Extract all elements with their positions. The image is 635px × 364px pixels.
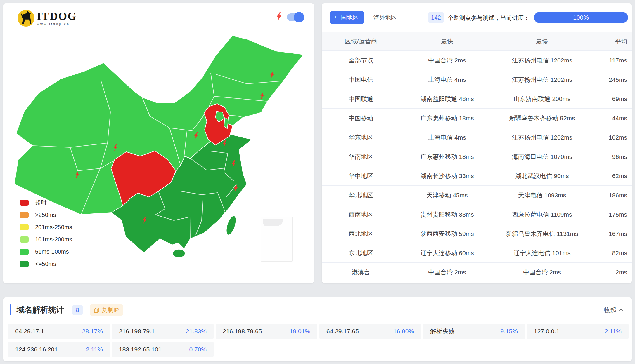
table-row: 华南地区广东惠州移动 18ms海南海口电信 1070ms96ms [322, 147, 632, 166]
monitor-count-badge: 142 [428, 12, 444, 23]
legend-swatch-gt250 [20, 212, 29, 218]
chevron-up-icon [618, 309, 624, 312]
dns-entry: 解析失败9.15% [423, 324, 525, 339]
copy-ip-label: 复制IP [102, 306, 119, 314]
legend-item: 超时 [20, 196, 72, 209]
title-accent-bar [10, 304, 11, 315]
table-row: 华北地区天津移动 45ms天津电信 1093ms186ms [322, 185, 632, 205]
progress-bar: 100% [534, 12, 628, 23]
table-row: 东北地区辽宁大连移动 60ms辽宁大连电信 101ms82ms [322, 243, 632, 262]
legend-swatch-timeout [20, 200, 29, 206]
table-row: 全部节点中国台湾 2ms江苏扬州电信 1202ms117ms [322, 50, 632, 70]
monitor-text: 个监测点参与测试，当前进度： [448, 12, 530, 23]
tab-overseas-region[interactable]: 海外地区 [371, 11, 399, 24]
marker-toggle[interactable] [287, 13, 303, 21]
table-row: 中国移动广东惠州移动 18ms新疆乌鲁木齐移动 92ms44ms [322, 108, 632, 128]
region-taiwan [224, 215, 238, 236]
toggle-knob [294, 12, 304, 22]
itdog-logo: ITDOG www.itdog.cn [18, 10, 77, 27]
dns-entry: 64.29.17.128.17% [8, 324, 110, 339]
logo-subtitle: www.itdog.cn [37, 22, 77, 26]
lightning-icon [275, 12, 282, 22]
table-row: 西北地区陕西西安移动 59ms新疆乌鲁木齐电信 1131ms167ms [322, 224, 632, 243]
dns-entry: 183.192.65.1010.70% [112, 342, 214, 357]
legend-item: 201ms-250ms [20, 221, 72, 233]
legend-swatch-le50 [20, 261, 29, 267]
map-toolbar [275, 12, 303, 22]
tab-china-region[interactable]: 中国地区 [330, 11, 364, 24]
results-panel: 中国地区 海外地区 142 个监测点参与测试，当前进度： 100% 区域/运营商… [322, 3, 632, 283]
legend-item: 101ms-200ms [20, 233, 72, 245]
legend-swatch-51-100 [20, 249, 29, 255]
dns-entry: 216.198.79.6519.01% [216, 324, 317, 339]
map-panel: ITDOG www.itdog.cn [3, 3, 314, 283]
legend-item: 51ms-100ms [20, 245, 72, 258]
copy-icon [94, 307, 99, 313]
table-row: 港澳台中国台湾 2ms中国台湾 2ms2ms [322, 262, 632, 282]
legend-swatch-201-250 [20, 224, 29, 230]
table-row: 中国电信上海电信 4ms江苏扬州电信 1202ms245ms [322, 70, 632, 89]
dns-count-badge: 8 [72, 305, 83, 315]
region-tianjin [224, 118, 228, 129]
dog-logo-icon [18, 10, 34, 27]
dns-entry: 64.29.17.6516.90% [319, 324, 421, 339]
legend-swatch-101-200 [20, 236, 29, 243]
progress-label: 100% [573, 14, 589, 21]
dns-entry: 124.236.16.2012.11% [8, 342, 110, 357]
collapse-label: 收起 [604, 306, 617, 315]
sea-inset-land [263, 219, 283, 226]
table-header: 区域/运营商 最快 最慢 平均 [322, 32, 632, 50]
legend-item: <=50ms [20, 258, 72, 270]
dns-entry: 216.198.79.121.83% [112, 324, 214, 339]
dns-panel: 域名解析统计 8 复制IP 收起 64.29.17.128.17% 216.19… [3, 297, 632, 361]
south-china-sea-inset [261, 217, 293, 262]
table-row: 华东地区上海电信 4ms江苏扬州电信 1202ms102ms [322, 128, 632, 147]
dns-title: 域名解析统计 [17, 304, 64, 315]
results-table: 区域/运营商 最快 最慢 平均 全部节点中国台湾 2ms江苏扬州电信 1202m… [322, 32, 632, 282]
map-legend: 超时 >250ms 201ms-250ms 101ms-200ms 51ms-1… [20, 196, 72, 270]
table-row: 华中地区湖南长沙移动 33ms湖北武汉电信 90ms62ms [322, 166, 632, 185]
collapse-button[interactable]: 收起 [602, 306, 625, 315]
dns-entries: 64.29.17.128.17% 216.198.79.121.83% 216.… [8, 324, 629, 357]
page: ITDOG www.itdog.cn [0, 0, 635, 364]
table-row: 西南地区贵州贵阳移动 33ms西藏拉萨电信 1109ms175ms [322, 205, 632, 224]
dns-entry: 127.0.0.12.11% [527, 324, 629, 339]
region-hainan [173, 249, 185, 257]
copy-ip-button[interactable]: 复制IP [90, 304, 123, 316]
legend-item: >250ms [20, 209, 72, 221]
table-row: 中国联通湖南益阳联通 48ms山东济南联通 200ms69ms [322, 89, 632, 108]
logo-title: ITDOG [37, 11, 77, 22]
